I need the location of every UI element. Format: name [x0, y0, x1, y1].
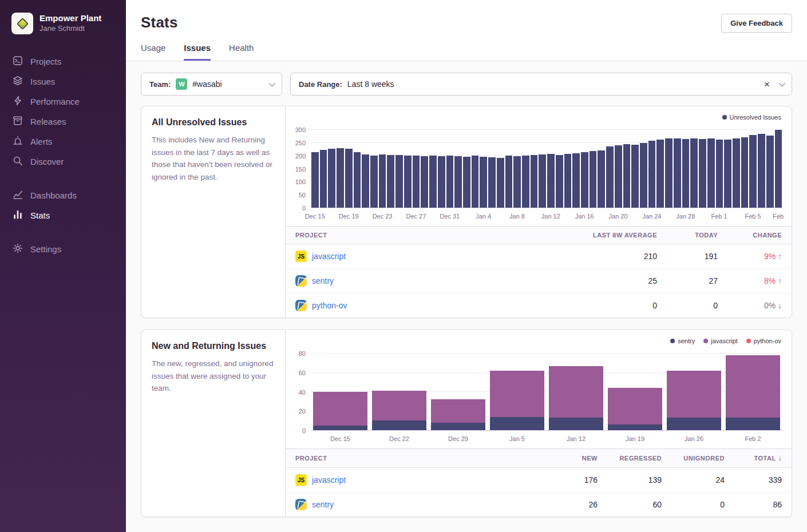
- unignored-value: 24: [671, 469, 734, 491]
- user-name: Jane Schmidt: [39, 24, 101, 34]
- project-link[interactable]: javascript: [312, 475, 346, 485]
- sidebar-item-label: Discover: [30, 157, 64, 166]
- y-axis: 020406080: [289, 354, 311, 431]
- discover-icon: [13, 156, 23, 168]
- sidebar-item-settings[interactable]: Settings: [0, 239, 126, 259]
- alerts-icon: [13, 136, 23, 148]
- table-row: JS javascript 210 191 9%: [286, 244, 792, 268]
- sidebar-item-performance[interactable]: Performance: [0, 92, 126, 112]
- legend-item-python-ov[interactable]: python-ov: [746, 338, 781, 344]
- total-value: 339: [734, 469, 792, 491]
- project-link[interactable]: javascript: [312, 252, 346, 261]
- sidebar-item-label: Stats: [30, 211, 50, 220]
- legend-item-javascript[interactable]: javascript: [703, 338, 737, 344]
- panel-description: All Unresolved Issues This includes New …: [141, 106, 286, 317]
- team-select[interactable]: Team: W #wasabi: [141, 73, 282, 96]
- chevron-down-icon: [269, 80, 275, 86]
- sidebar-nav-tertiary: Settings: [0, 239, 126, 259]
- javascript-project-icon: JS: [295, 251, 307, 262]
- filter-bar: Team: W #wasabi Date Range: Last 8 weeks…: [141, 73, 792, 96]
- python-project-icon: [295, 300, 307, 311]
- today-value: 27: [667, 270, 727, 292]
- chart-legend: sentry javascript python-ov: [670, 338, 781, 344]
- sidebar-item-discover[interactable]: Discover: [0, 152, 126, 172]
- sidebar-item-stats[interactable]: Stats: [0, 205, 126, 225]
- change-value: 0%: [764, 301, 782, 310]
- avg-value: 210: [558, 245, 667, 267]
- stats-content: Team: W #wasabi Date Range: Last 8 weeks…: [126, 61, 807, 532]
- unignored-value: 0: [671, 494, 734, 515]
- unresolved-issues-chart: Unresolved Issues 050100150200250300 Dec…: [286, 106, 792, 226]
- avg-value: 0: [558, 295, 667, 316]
- y-axis: 050100150200250300: [289, 130, 311, 208]
- col-new: NEW: [547, 450, 607, 467]
- legend-dot-icon: [746, 339, 751, 343]
- sidebar-item-label: Issues: [30, 77, 55, 86]
- performance-icon: [13, 96, 23, 108]
- dashboards-icon: [13, 189, 23, 201]
- today-value: 0: [667, 295, 727, 316]
- chart-plot-area: [311, 130, 782, 208]
- settings-icon: [13, 243, 23, 255]
- legend-label: javascript: [711, 338, 737, 344]
- col-today: TODAY: [667, 227, 727, 244]
- project-link[interactable]: sentry: [312, 276, 334, 285]
- legend-dot-icon: [670, 339, 675, 343]
- new-value: 176: [547, 469, 607, 491]
- team-select-value: #wasabi: [192, 80, 221, 89]
- sidebar-item-label: Settings: [30, 244, 61, 254]
- legend-item-unresolved[interactable]: Unresolved Issues: [722, 114, 782, 121]
- panel-title: All Unresolved Issues: [152, 117, 275, 128]
- releases-icon: [13, 116, 23, 128]
- panel-description: New and Returning Issues The new, regres…: [141, 330, 286, 517]
- date-range-select[interactable]: Date Range: Last 8 weeks ×: [290, 73, 792, 96]
- col-project: PROJECT: [286, 227, 558, 244]
- tab-health[interactable]: Health: [229, 43, 254, 61]
- legend-label: sentry: [678, 338, 695, 344]
- sidebar-item-label: Alerts: [30, 137, 52, 146]
- regressed-value: 139: [607, 469, 671, 491]
- legend-label: Unresolved Issues: [730, 114, 782, 121]
- date-range-label: Date Range:: [299, 80, 342, 89]
- table-row: python-ov 0 0 0%: [286, 293, 792, 317]
- table-row: JS javascript 176 139 24 339: [286, 468, 792, 492]
- chevron-down-icon: [779, 80, 785, 86]
- x-axis: Dec 15Dec 22Dec 29Jan 5Jan 12Jan 19Jan 2…: [311, 434, 782, 448]
- sidebar-item-releases[interactable]: Releases: [0, 112, 126, 132]
- tab-issues[interactable]: Issues: [184, 43, 211, 61]
- page-header: Stats Give Feedback Usage Issues Health: [126, 0, 807, 61]
- col-avg: LAST 8W AVERAGE: [558, 227, 667, 244]
- legend-dot-icon: [703, 339, 708, 343]
- x-axis: Dec 15Dec 19Dec 23Dec 27Dec 31Jan 4Jan 8…: [311, 211, 782, 226]
- new-value: 26: [547, 494, 607, 515]
- org-avatar: [11, 13, 33, 34]
- table-row: sentry 26 60 0 86: [286, 492, 792, 517]
- stats-tabs: Usage Issues Health: [141, 43, 792, 61]
- team-avatar: W: [176, 78, 187, 90]
- sidebar-item-projects[interactable]: Projects: [0, 51, 126, 72]
- panel-description-text: The new, regressed, and unignored issues…: [152, 358, 275, 395]
- project-link[interactable]: python-ov: [312, 301, 347, 310]
- sidebar-nav-secondary: Dashboards Stats: [0, 185, 126, 225]
- project-link[interactable]: sentry: [312, 500, 334, 509]
- sidebar-item-issues[interactable]: Issues: [0, 72, 126, 92]
- org-switcher[interactable]: Empower Plant Jane Schmidt: [0, 10, 126, 46]
- python-project-icon: [295, 499, 307, 510]
- change-value: 8%: [764, 276, 782, 285]
- change-value: 9%: [764, 252, 782, 261]
- sidebar-item-dashboards[interactable]: Dashboards: [0, 185, 126, 205]
- python-project-icon: [295, 275, 307, 287]
- col-project: PROJECT: [286, 450, 547, 467]
- table-header-row: PROJECT LAST 8W AVERAGE TODAY CHANGE: [286, 227, 792, 244]
- legend-item-sentry[interactable]: sentry: [670, 338, 695, 344]
- gem-logo-icon: [16, 17, 28, 29]
- give-feedback-button[interactable]: Give Feedback: [721, 14, 792, 33]
- legend-dot-icon: [722, 115, 727, 120]
- sidebar-item-alerts[interactable]: Alerts: [0, 132, 126, 152]
- avg-value: 25: [558, 270, 667, 292]
- legend-label: python-ov: [754, 338, 781, 344]
- col-regressed: REGRESSED: [607, 450, 671, 467]
- clear-date-icon[interactable]: ×: [764, 80, 770, 89]
- col-total-sorted-desc[interactable]: TOTAL: [734, 449, 792, 467]
- tab-usage[interactable]: Usage: [141, 43, 165, 61]
